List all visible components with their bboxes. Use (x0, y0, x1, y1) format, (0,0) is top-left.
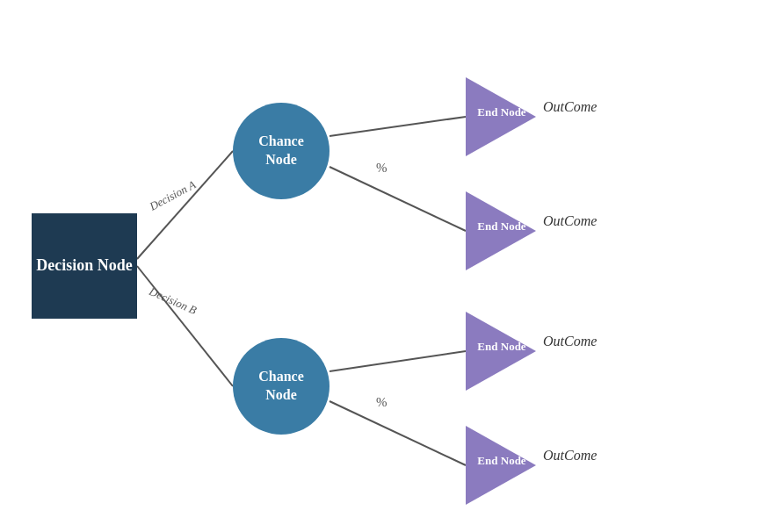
outcome-label-4: OutCome (543, 448, 597, 464)
diagram: Decision Node Decision A Decision B Chan… (0, 0, 775, 532)
decision-node-label: Decision Node (36, 255, 133, 276)
svg-line-1 (137, 266, 233, 386)
outcome-label-2: OutCome (543, 213, 597, 229)
branch-label-a: Decision A (148, 178, 199, 214)
chance-node-top: ChanceNode (233, 103, 330, 199)
chance-node-bottom: ChanceNode (233, 338, 330, 435)
decision-node: Decision Node (32, 213, 137, 319)
chance-node-bottom-label: ChanceNode (258, 368, 304, 405)
outcome-label-3: OutCome (543, 334, 597, 349)
svg-line-4 (330, 351, 466, 371)
percent-label-top: % (376, 161, 388, 176)
end-node-3-label: End Node (470, 340, 533, 354)
chance-node-top-label: ChanceNode (258, 133, 304, 169)
end-node-4-label: End Node (470, 454, 533, 468)
branch-label-b: Decision B (147, 284, 199, 318)
svg-line-3 (330, 167, 466, 231)
end-node-1-label: End Node (470, 105, 533, 119)
percent-label-bottom: % (376, 395, 388, 410)
svg-line-2 (330, 117, 466, 136)
end-node-2-label: End Node (470, 219, 533, 234)
svg-line-5 (330, 401, 466, 465)
outcome-label-1: OutCome (543, 99, 597, 115)
